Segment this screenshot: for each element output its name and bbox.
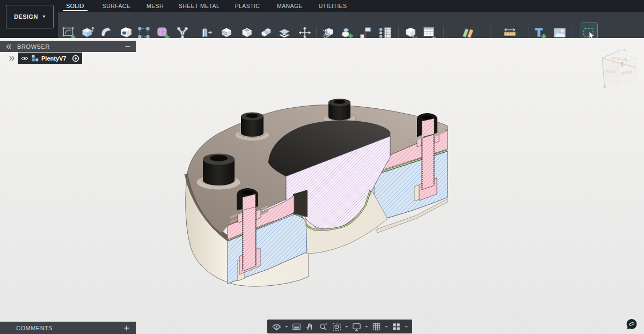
tab-mesh[interactable]: MESH: [147, 0, 164, 12]
comments-panel-title: COMMENTS: [16, 325, 123, 331]
tab-sheet-metal[interactable]: SHEET METAL: [179, 0, 219, 12]
tab-plastic[interactable]: PLASTIC: [235, 0, 260, 12]
activate-component-radio[interactable]: [71, 54, 80, 63]
model-assembly[interactable]: [186, 99, 448, 286]
viewports-icon[interactable]: [390, 321, 402, 333]
viewports-dropdown-caret-icon[interactable]: [405, 326, 408, 328]
tab-solid[interactable]: SOLID: [66, 0, 84, 12]
zoom-icon[interactable]: [317, 321, 330, 333]
dropdown-caret-icon: [42, 16, 46, 18]
tab-utilities[interactable]: UTILITIES: [319, 0, 347, 12]
rubber-grommet[interactable]: [241, 113, 264, 137]
pocket-step-wall: [293, 190, 308, 217]
browser-collapse-button[interactable]: [3, 42, 14, 51]
fit-icon[interactable]: [331, 321, 343, 333]
ribbon: DESIGN SOLID SURFACE MESH SHEET METAL PL…: [0, 0, 644, 38]
visibility-eye-icon[interactable]: [20, 55, 29, 62]
fit-dropdown-caret-icon[interactable]: [345, 326, 348, 328]
assistant-badge[interactable]: [626, 318, 638, 330]
browser-item-expand-chevron[interactable]: [6, 54, 17, 63]
orbit-icon[interactable]: [270, 321, 283, 333]
navigation-bar: [267, 320, 412, 333]
viewport-3d-scene[interactable]: BOTTOM RIGHT BACK Z X: [0, 38, 644, 334]
look-at-icon[interactable]: [290, 321, 303, 333]
viewcube-axis-z: Z: [623, 47, 626, 52]
browser-item-plentyv7[interactable]: PlentyV7: [18, 53, 82, 64]
ribbon-tab-strip: SOLID SURFACE MESH SHEET METAL PLASTIC M…: [58, 0, 644, 12]
design-menu-button[interactable]: DESIGN: [6, 5, 54, 28]
browser-minimize-button[interactable]: [123, 42, 133, 51]
ribbon-toolbar: CREATE MODIFY ASSEMBLE CONFIGURE: [58, 12, 644, 39]
orbit-dropdown-caret-icon[interactable]: [285, 326, 288, 328]
view-cube[interactable]: BOTTOM RIGHT BACK Z X: [602, 47, 636, 88]
component-icon: [31, 54, 39, 62]
tab-surface[interactable]: SURFACE: [103, 0, 130, 12]
component-name: PlentyV7: [41, 55, 69, 62]
design-menu-label: DESIGN: [14, 13, 38, 20]
tab-manage[interactable]: MANAGE: [277, 0, 303, 12]
viewport-canvas[interactable]: BOTTOM RIGHT BACK Z X: [0, 38, 644, 334]
pan-icon[interactable]: [304, 321, 316, 333]
design-menu-panel: DESIGN: [0, 0, 58, 38]
display-settings-icon[interactable]: [350, 321, 363, 333]
grid-settings-icon[interactable]: [370, 321, 383, 333]
viewcube-axis-x: X: [620, 62, 624, 68]
browser-panel-header: BROWSER: [0, 41, 136, 52]
add-comment-icon[interactable]: [123, 324, 130, 332]
rubber-grommet[interactable]: [328, 99, 350, 121]
fusion-window: DESIGN SOLID SURFACE MESH SHEET METAL PL…: [0, 0, 644, 334]
display-dropdown-caret-icon[interactable]: [365, 326, 368, 328]
grid-dropdown-caret-icon[interactable]: [385, 326, 388, 328]
rubber-grommet[interactable]: [203, 154, 235, 186]
comments-panel-header[interactable]: COMMENTS: [0, 322, 136, 334]
browser-panel-title: BROWSER: [17, 43, 123, 50]
